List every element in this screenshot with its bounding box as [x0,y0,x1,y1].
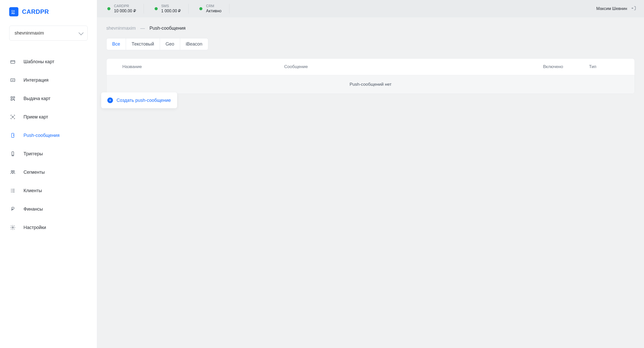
plus-circle-icon: + [107,97,113,103]
sidebar-item-templates[interactable]: Шаблоны карт [0,52,97,71]
content: shevninmaxim — Push-сообщения Все Тексто… [97,17,644,118]
status-label: CRM [206,4,221,8]
sidebar-item-label: Финансы [24,206,43,212]
table-panel: Название Сообщение Включено Тип Push-соо… [106,58,635,94]
settings-icon [10,224,16,231]
sidebar-item-issue[interactable]: Выдача карт [0,89,97,108]
account-selected-label: shevninmaxim [15,30,44,36]
card-icon [10,59,16,65]
api-icon: API [10,77,16,83]
sidebar-item-push[interactable]: Push-сообщения [0,126,97,145]
status-crm: CRM Активно [199,4,229,14]
status-dot-icon [107,7,110,10]
sidebar-item-label: Клиенты [24,188,42,193]
breadcrumb-current: Push-сообщения [150,26,186,31]
table-header: Название Сообщение Включено Тип [107,59,635,75]
col-enabled: Включено [543,64,589,69]
scan-icon [10,114,16,120]
svg-rect-10 [14,100,15,101]
svg-point-14 [13,155,13,156]
breadcrumb: shevninmaxim — Push-сообщения [106,26,635,31]
logo-text: CARDPR [22,8,49,15]
main: CARDPR 10 000.00 ₽ SMS 1 000.00 ₽ CRM Ак… [97,0,644,348]
svg-point-16 [13,171,14,172]
status-value: 10 000.00 ₽ [114,8,136,14]
sidebar-nav: Шаблоны карт API Интеграция Выдача карт … [0,50,97,237]
qr-icon [10,95,16,102]
col-type: Тип [589,64,630,69]
status-label: SMS [161,4,181,8]
logo[interactable]: CA RD CARDPR [0,7,97,26]
sidebar-item-clients[interactable]: Клиенты [0,181,97,200]
sidebar-item-label: Прием карт [24,114,48,120]
breadcrumb-sep: — [140,26,145,31]
svg-point-15 [11,171,13,172]
sidebar-item-integration[interactable]: API Интеграция [0,71,97,89]
topbar: CARDPR 10 000.00 ₽ SMS 1 000.00 ₽ CRM Ак… [97,0,644,17]
user-block[interactable]: Максим Шевнин [596,6,636,12]
breadcrumb-root[interactable]: shevninmaxim [106,26,136,31]
sidebar-item-segments[interactable]: Сегменты [0,163,97,181]
svg-rect-9 [13,99,14,100]
table-empty: Push-сообщений нет [107,75,635,94]
logo-mark-icon: CA RD [9,7,18,16]
status-label: CARDPR [114,4,136,8]
tab-geo[interactable]: Geo [160,38,180,50]
sidebar-item-finance[interactable]: Финансы [0,200,97,218]
sidebar-item-label: Настройки [24,225,46,230]
finance-icon [10,206,16,212]
svg-rect-2 [11,60,15,63]
account-select[interactable]: shevninmaxim [9,26,88,41]
logout-icon[interactable] [631,6,636,12]
create-push-label: Создать push-сообщение [117,98,171,103]
svg-rect-8 [11,99,13,101]
sidebar-item-label: Push-сообщения [24,133,60,138]
svg-point-23 [12,227,14,228]
tab-text[interactable]: Текстовый [126,38,160,50]
sidebar: CA RD CARDPR shevninmaxim Шаблоны карт A… [0,0,97,348]
col-message: Сообщение [284,64,543,69]
sidebar-item-label: Сегменты [24,170,45,175]
svg-text:RD: RD [12,12,15,15]
push-icon [10,132,16,138]
svg-rect-7 [13,97,15,98]
clients-icon [10,188,16,194]
status-sms: SMS 1 000.00 ₽ [155,4,189,14]
status-value: 1 000.00 ₽ [161,8,181,14]
create-push-button[interactable]: + Создать push-сообщение [101,92,177,108]
tab-all[interactable]: Все [107,38,126,50]
trigger-icon [10,151,16,157]
sidebar-item-label: Шаблоны карт [24,59,54,64]
user-name: Максим Шевнин [596,6,627,11]
status-value: Активно [206,8,221,14]
status-cardpr: CARDPR 10 000.00 ₽ [107,4,144,14]
tabs: Все Текстовый Geo iBeacon [106,38,208,50]
status-dot-icon [199,7,202,10]
sidebar-item-label: Интеграция [24,78,49,83]
col-name: Название [122,64,284,69]
sidebar-item-label: Триггеры [24,151,43,157]
segments-icon [10,169,16,175]
sidebar-item-settings[interactable]: Настройки [0,218,97,237]
svg-point-11 [12,116,14,118]
svg-text:API: API [12,79,14,81]
status-dot-icon [155,7,158,10]
chevron-down-icon [78,30,84,35]
tab-ibeacon[interactable]: iBeacon [180,38,208,50]
sidebar-item-label: Выдача карт [24,96,51,101]
svg-rect-6 [11,97,13,98]
sidebar-item-triggers[interactable]: Триггеры [0,145,97,163]
sidebar-item-accept[interactable]: Прием карт [0,108,97,126]
